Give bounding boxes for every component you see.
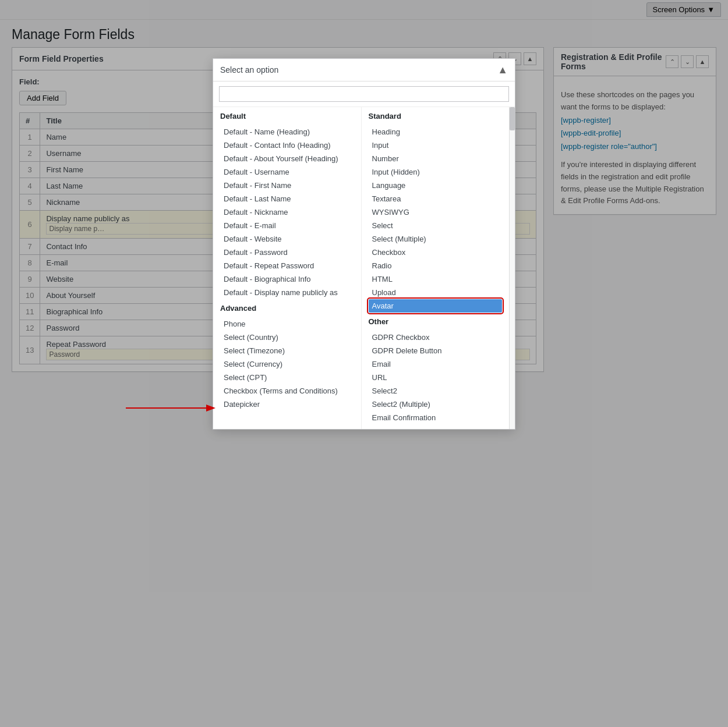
modal-option-item[interactable]: Heading: [369, 125, 503, 139]
modal-option-item[interactable]: Default - About Yourself (Heading): [220, 152, 354, 165]
modal-option-item[interactable]: Radio: [369, 259, 503, 272]
standard-header: Standard: [369, 112, 503, 120]
modal-option-item[interactable]: Default - Website: [220, 232, 354, 246]
modal-option-item[interactable]: Default - Repeat Password: [220, 259, 354, 272]
modal-option-item[interactable]: Avatar: [369, 299, 503, 313]
modal-option-item[interactable]: Select (Multiple): [369, 232, 503, 246]
other-header: Other: [369, 317, 503, 326]
modal-option-item[interactable]: Default - Username: [220, 165, 354, 179]
modal-option-item[interactable]: Default - E-mail: [220, 219, 354, 232]
modal-option-item[interactable]: WYSIWYG: [369, 205, 503, 219]
modal-option-item[interactable]: Select (Timezone): [220, 344, 354, 357]
modal-option-item[interactable]: Select: [369, 219, 503, 232]
modal-option-item[interactable]: Number: [369, 152, 503, 165]
modal-option-item[interactable]: Default - Contact Info (Heading): [220, 139, 354, 152]
modal-search-container: [213, 81, 515, 107]
modal-option-item[interactable]: Upload: [369, 286, 503, 299]
modal-option-item[interactable]: GDPR Checkbox: [369, 331, 503, 344]
modal-header: Select an option ▲: [213, 59, 515, 81]
modal-search-input[interactable]: [219, 86, 509, 102]
modal-option-item[interactable]: HTML: [369, 272, 503, 286]
select-option-modal: Select an option ▲ Default Default - Nam…: [213, 58, 515, 384]
modal-option-item[interactable]: Default - First Name: [220, 179, 354, 192]
modal-option-item[interactable]: Default - Password: [220, 246, 354, 259]
advanced-header: Advanced: [220, 304, 354, 313]
modal-title: Select an option: [220, 65, 278, 75]
modal-option-item[interactable]: Default - Name (Heading): [220, 125, 354, 139]
modal-option-item[interactable]: Default - Display name publicly as: [220, 286, 354, 299]
modal-option-item[interactable]: Default - Biographical Info: [220, 272, 354, 286]
modal-columns-wrapper: Default Default - Name (Heading)Default …: [213, 107, 509, 384]
modal-right-column: Standard HeadingInputNumberInput (Hidden…: [362, 107, 510, 384]
modal-overlay: Select an option ▲ Default Default - Nam…: [0, 0, 728, 384]
modal-columns: Default Default - Name (Heading)Default …: [213, 107, 509, 384]
modal-option-item[interactable]: Checkbox: [369, 246, 503, 259]
modal-left-column: Default Default - Name (Heading)Default …: [213, 107, 362, 384]
modal-body: Default Default - Name (Heading)Default …: [213, 107, 515, 384]
modal-option-item[interactable]: Email: [369, 357, 503, 371]
modal-option-item[interactable]: Select (CPT): [220, 371, 354, 384]
modal-option-item[interactable]: Select (Country): [220, 331, 354, 344]
modal-option-item[interactable]: Select (Currency): [220, 357, 354, 371]
modal-option-item[interactable]: Default - Last Name: [220, 192, 354, 205]
default-header: Default: [220, 112, 354, 120]
modal-option-item[interactable]: GDPR Delete Button: [369, 344, 503, 357]
modal-option-item[interactable]: Input: [369, 139, 503, 152]
modal-option-item[interactable]: Textarea: [369, 192, 503, 205]
modal-scrollbar[interactable]: [509, 107, 515, 384]
modal-option-item[interactable]: Default - Nickname: [220, 205, 354, 219]
modal-option-item[interactable]: Input (Hidden): [369, 165, 503, 179]
modal-option-item[interactable]: URL: [369, 371, 503, 384]
modal-option-item[interactable]: Phone: [220, 317, 354, 331]
modal-option-item[interactable]: Language: [369, 179, 503, 192]
modal-close-button[interactable]: ▲: [497, 65, 508, 75]
